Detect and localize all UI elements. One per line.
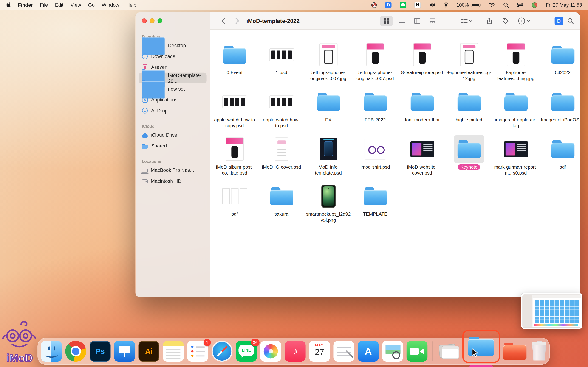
dock-finder-icon[interactable] [41, 341, 62, 362]
file-item[interactable]: 5-things-iphone-original-...007.jpg [305, 40, 352, 87]
forward-button[interactable] [235, 17, 240, 24]
file-item[interactable]: pdf [539, 134, 580, 182]
menu-item[interactable]: Go [88, 2, 95, 8]
file-item[interactable]: FEB-2022 [352, 87, 398, 134]
file-item[interactable]: EX [305, 87, 352, 134]
view-list-button[interactable] [395, 16, 408, 26]
file-item[interactable]: pdf [211, 182, 258, 229]
share-button[interactable] [486, 17, 493, 24]
d-app-status-icon[interactable]: D [385, 2, 392, 8]
menu-item[interactable]: Edit [55, 2, 63, 8]
file-item[interactable]: 8-featureiphone.psd [399, 40, 446, 87]
back-button[interactable] [221, 17, 225, 24]
d-app-toolbar-icon[interactable]: D [555, 17, 563, 25]
file-item[interactable]: iMoD-info-template.psd [305, 134, 352, 182]
sidebar-item[interactable]: MacBook Pro ของ... [139, 165, 207, 175]
sidebar-item[interactable]: Desktop [139, 40, 207, 51]
sidebar-item-icon [142, 97, 148, 102]
dock-trash-icon[interactable] [530, 341, 548, 362]
sidebar-item[interactable]: Macintosh HD [139, 176, 207, 186]
dock-reminders-icon[interactable]: 1 [187, 341, 208, 362]
file-item[interactable]: iMoD-album-post-co...late.psd [211, 134, 258, 182]
file-item[interactable]: images-of-apple-air-tag [493, 87, 539, 134]
sidebar-item[interactable]: AirDrop [139, 105, 207, 116]
dock-textedit-icon[interactable] [333, 341, 354, 362]
file-item[interactable]: 8-iphone-features...g-12.jpg [446, 40, 493, 87]
view-columns-button[interactable] [411, 16, 424, 26]
tags-button[interactable] [502, 17, 509, 24]
dock-appstore-icon[interactable]: A [358, 341, 379, 362]
dock-facetime-icon[interactable] [406, 341, 427, 362]
file-item[interactable]: iMoD-website-cover.psd [399, 134, 446, 182]
file-item[interactable]: apple-watch-how-to copy.psd [211, 87, 258, 134]
screen-record-status-icon[interactable] [372, 2, 377, 8]
file-item[interactable]: 5-things-iphone-original-...007.psd [352, 40, 398, 87]
file-item[interactable]: 0.Event [211, 40, 258, 87]
file-item[interactable]: 8-iphone-features...tting.jpg [493, 40, 539, 87]
sidebar-item[interactable]: Shared [139, 140, 207, 151]
file-item[interactable]: TEMPLATE [352, 182, 398, 229]
file-item[interactable]: Images-of-iPadOS15 [539, 87, 580, 134]
drag-item-label: Keynote [469, 365, 493, 367]
group-button[interactable] [461, 18, 473, 24]
minimize-button[interactable] [149, 18, 154, 23]
file-item[interactable]: sakura [258, 182, 305, 229]
menu-clock[interactable]: Fri 27 May 11:58 [546, 2, 582, 8]
dock-chrome-icon[interactable] [65, 341, 86, 362]
view-grid-button[interactable] [380, 16, 393, 26]
dock-music-icon[interactable]: ♪ [285, 341, 305, 362]
more-actions-button[interactable] [518, 17, 530, 25]
line-status-icon[interactable] [400, 2, 406, 8]
control-center-icon[interactable] [517, 2, 524, 7]
file-item[interactable]: font-modern-thai [399, 87, 446, 134]
zoom-button[interactable] [157, 18, 162, 23]
app-status-icon[interactable] [532, 2, 537, 8]
file-item[interactable]: 1.psd [258, 40, 305, 87]
dock-calendar-icon[interactable]: MAY 27 [309, 341, 330, 362]
notion-status-icon[interactable]: N [414, 2, 421, 8]
view-gallery-button[interactable] [426, 16, 439, 26]
sidebar-item[interactable]: new set [139, 83, 207, 94]
file-item[interactable]: 042022 [539, 40, 580, 87]
file-icon-wrap [313, 182, 343, 210]
mini-dock-strip [534, 324, 578, 326]
traffic-lights [142, 18, 162, 23]
sidebar-item[interactable]: iCloud Drive [139, 130, 207, 140]
screenshot-preview-thumbnail[interactable] [521, 293, 582, 329]
file-item[interactable]: iMoD-IG-cover.psd [258, 134, 305, 182]
menu-item[interactable]: View [70, 2, 81, 8]
dock-safari-icon[interactable] [212, 341, 233, 362]
app-menu-finder[interactable]: Finder [18, 2, 33, 8]
wifi-icon[interactable] [488, 2, 495, 8]
apple-menu-icon[interactable] [6, 2, 11, 8]
file-item[interactable]: Keynote [446, 134, 493, 182]
dock-keynote-icon[interactable] [114, 341, 135, 362]
dock-preview-icon[interactable] [382, 341, 403, 362]
file-label: apple-watch-how-to.psd [259, 117, 304, 129]
file-item[interactable]: apple-watch-how-to.psd [258, 87, 305, 134]
dock-photos-icon[interactable] [260, 341, 281, 362]
appstore-label: A [358, 341, 379, 362]
menu-item[interactable]: Help [126, 2, 137, 8]
search-button[interactable] [567, 18, 574, 24]
dock-drop-target[interactable]: Keynote [462, 330, 500, 363]
menu-item[interactable]: Window [102, 2, 119, 8]
spotlight-icon[interactable] [503, 2, 509, 8]
dock-line-icon[interactable]: LINE 36 [236, 341, 257, 362]
file-item[interactable]: high_spirited [446, 87, 493, 134]
dock-folder-red-icon[interactable] [503, 342, 526, 361]
battery-status[interactable]: 100% [456, 2, 480, 8]
dock-notes-icon[interactable] [163, 341, 184, 362]
volume-icon[interactable] [429, 2, 435, 8]
menu-item[interactable]: File [40, 2, 48, 8]
file-item[interactable]: mark-gurman-report-n...rs0.psd [493, 134, 539, 182]
close-button[interactable] [142, 18, 147, 23]
music-note-glyph: ♪ [285, 341, 305, 362]
sidebar-item-label: AirDrop [151, 108, 168, 113]
dock-illustrator-icon[interactable]: Ai [138, 341, 159, 362]
dock-minimized-window[interactable] [438, 341, 459, 362]
dock-photoshop-icon[interactable]: Ps [90, 341, 111, 362]
file-item[interactable]: smartmockups_l2d92v5l.png [305, 182, 352, 229]
bluetooth-icon[interactable] [444, 2, 448, 8]
file-item[interactable]: imod-shirt.psd [352, 134, 398, 182]
